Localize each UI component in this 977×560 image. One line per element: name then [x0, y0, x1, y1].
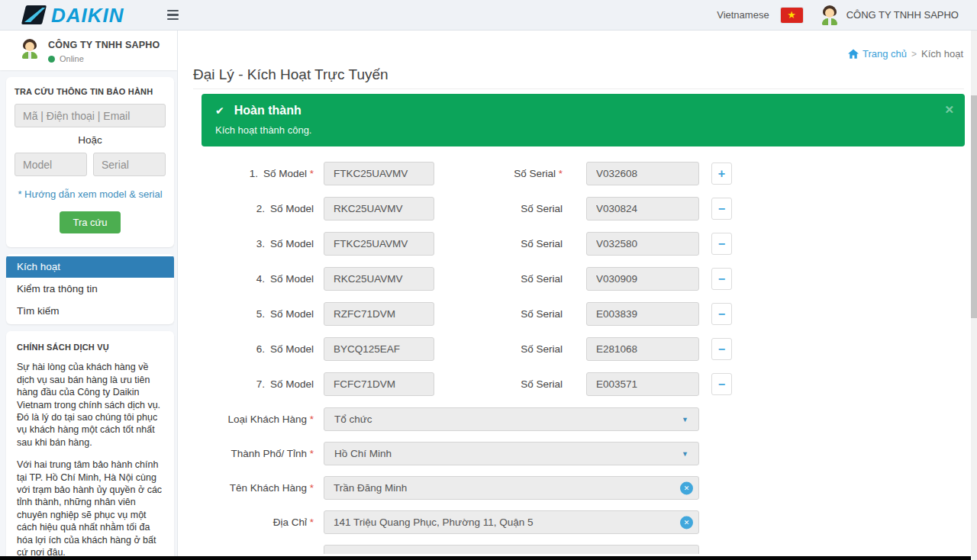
sidebar-menu: Kích hoạt Kiểm tra thông tin Tìm kiếm	[6, 254, 174, 324]
remove-row-button[interactable]: −	[711, 268, 732, 290]
city-row: Thành Phố/ Tỉnh * Hồ Chí Minh ▼	[193, 442, 964, 465]
language-selector[interactable]: Vietnamese	[717, 9, 769, 21]
address-label: Địa Chỉ *	[193, 517, 324, 528]
serial-input[interactable]	[586, 267, 699, 291]
address-row: Địa Chỉ * ✕	[193, 510, 964, 534]
customer-type-label: Loại Khách Hàng *	[193, 414, 324, 425]
header-user-name: CÔNG TY TNHH SAPHO	[846, 9, 959, 21]
model-label: 5.Số Model	[193, 308, 324, 320]
lookup-submit-button[interactable]: Tra cứu	[60, 211, 120, 233]
clear-icon[interactable]: ✕	[680, 516, 693, 529]
model-label: 6.Số Model	[193, 343, 324, 355]
customer-type-row: Loại Khách Hàng * Tổ chức ▼	[193, 407, 964, 431]
home-icon	[848, 49, 859, 59]
serial-input[interactable]	[586, 372, 699, 396]
model-input[interactable]	[324, 232, 434, 256]
minus-icon: −	[718, 273, 725, 285]
brand-name: DAIKIN	[51, 5, 124, 25]
serial-label: Số Serial	[434, 238, 586, 249]
model-label: 7.Số Model	[193, 378, 324, 390]
device-row: 4.Số Model Số Serial −	[193, 267, 964, 291]
model-input[interactable]	[324, 162, 434, 185]
remove-row-button[interactable]: −	[711, 373, 732, 395]
model-label: 2.Số Model	[193, 203, 324, 214]
breadcrumb-separator: >	[911, 49, 917, 60]
serial-label: Số Serial	[434, 203, 586, 214]
model-serial-guide-link[interactable]: * Hướng dẫn xem model & serial	[15, 188, 166, 200]
serial-input[interactable]	[586, 337, 699, 361]
customer-name-row: Tên Khách Hàng * ✕	[193, 476, 964, 500]
warranty-lookup-panel: TRA CỨU THÔNG TIN BẢO HÀNH Hoặc * Hướng …	[6, 77, 174, 247]
customer-type-select[interactable]: Tổ chức ▼	[324, 407, 699, 431]
serial-input[interactable]	[586, 232, 699, 256]
sidebar-item-activate[interactable]: Kích hoạt	[6, 256, 174, 278]
check-icon: ✔	[215, 105, 224, 117]
model-input[interactable]	[324, 372, 434, 396]
app-screen: DAIKIN Vietnamese ★ CÔNG TY TNHH SAPHO C…	[0, 0, 977, 560]
model-label: 4.Số Model	[193, 273, 324, 285]
sidebar-company-name: CÔNG TY TNHH SAPHO	[48, 40, 160, 50]
device-row: 6.Số Model Số Serial −	[193, 337, 964, 361]
model-input[interactable]	[324, 302, 434, 326]
chevron-down-icon: ▼	[682, 416, 688, 423]
clear-icon[interactable]: ✕	[680, 481, 693, 494]
sidebar-item-search[interactable]: Tìm kiếm	[6, 301, 174, 322]
remove-row-button[interactable]: −	[711, 338, 732, 360]
breadcrumb-home-link[interactable]: Trang chủ	[848, 48, 907, 60]
lookup-model-input[interactable]	[15, 153, 87, 176]
model-input[interactable]	[324, 197, 434, 220]
policy-paragraph: Với hai trung tâm bảo hành chính tại TP.…	[17, 459, 163, 558]
serial-input[interactable]	[586, 302, 699, 326]
serial-input[interactable]	[586, 197, 699, 220]
add-row-button[interactable]: +	[711, 163, 732, 185]
customer-name-input[interactable]	[324, 476, 699, 500]
customer-name-label: Tên Khách Hàng *	[193, 482, 324, 494]
plus-icon: +	[718, 168, 725, 180]
model-input[interactable]	[324, 337, 434, 361]
main-content: Trang chủ > Kích hoạt Đại Lý - Kích Hoạt…	[178, 31, 977, 560]
user-avatar	[820, 5, 840, 25]
partial-field[interactable]: ▼	[324, 545, 699, 554]
serial-label: Số Serial	[434, 343, 586, 355]
lookup-serial-input[interactable]	[93, 153, 166, 176]
page-scrollbar[interactable]	[971, 31, 977, 560]
alert-close-icon[interactable]: ✕	[944, 103, 954, 117]
star-icon: ★	[787, 10, 796, 20]
minus-icon: −	[718, 343, 725, 356]
sidebar-toggle-icon[interactable]	[167, 10, 179, 20]
city-label: Thành Phố/ Tỉnh *	[193, 448, 324, 459]
success-alert: ✔ Hoàn thành Kích hoạt thành công. ✕	[202, 94, 965, 146]
city-select[interactable]: Hồ Chí Minh ▼	[324, 442, 699, 465]
minus-icon: −	[718, 203, 725, 215]
serial-input[interactable]	[586, 162, 699, 185]
content-header: Trang chủ > Kích hoạt Đại Lý - Kích Hoạt…	[193, 31, 964, 89]
or-label: Hoặc	[15, 134, 166, 146]
page-title: Đại Lý - Kích Hoạt Trực Tuyến	[193, 66, 389, 83]
bottom-edge	[0, 556, 971, 560]
serial-label: Số Serial	[434, 308, 586, 320]
alert-message: Kích hoạt thành công.	[215, 124, 951, 136]
device-row: 7.Số Model Số Serial −	[193, 372, 964, 396]
device-row: 1.Số Model * Số Serial * +	[193, 162, 964, 185]
serial-label: Số Serial	[434, 273, 586, 285]
serial-label: Số Serial	[434, 378, 586, 390]
minus-icon: −	[718, 238, 725, 250]
sidebar-item-check-info[interactable]: Kiểm tra thông tin	[6, 278, 174, 300]
daikin-logo-icon	[21, 5, 47, 24]
remove-row-button[interactable]: −	[711, 198, 732, 220]
address-input[interactable]	[324, 510, 699, 534]
remove-row-button[interactable]: −	[711, 303, 732, 325]
device-row: 2.Số Model Số Serial −	[193, 197, 964, 220]
top-header: DAIKIN Vietnamese ★ CÔNG TY TNHH SAPHO	[0, 0, 977, 31]
user-menu[interactable]: CÔNG TY TNHH SAPHO	[820, 5, 959, 25]
lookup-code-input[interactable]	[15, 104, 166, 127]
scrollbar-thumb[interactable]	[971, 95, 977, 318]
remove-row-button[interactable]: −	[711, 233, 732, 255]
customer-type-value: Tổ chức	[334, 414, 372, 425]
model-input[interactable]	[324, 267, 434, 291]
breadcrumb-current: Kích hoạt	[921, 48, 963, 60]
sidebar-user-panel: CÔNG TY TNHH SAPHO Online	[0, 31, 177, 70]
device-row: 5.Số Model Số Serial −	[193, 302, 964, 326]
sidebar: CÔNG TY TNHH SAPHO Online TRA CỨU THÔNG …	[0, 31, 178, 560]
vietnam-flag-icon[interactable]: ★	[781, 8, 803, 23]
